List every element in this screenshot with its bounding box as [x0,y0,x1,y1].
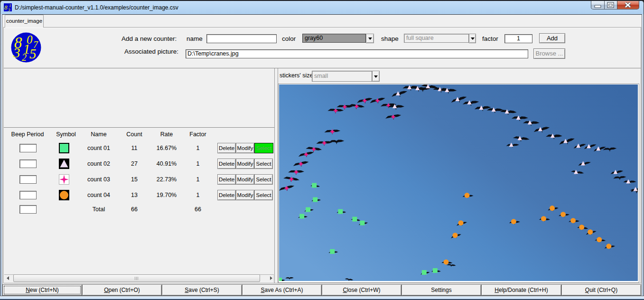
svg-text:5: 5 [29,46,37,61]
svg-text:2: 2 [22,52,27,63]
svg-text:3: 3 [13,45,20,60]
svg-text:8: 8 [4,4,8,11]
svg-text:3: 3 [8,8,10,11]
